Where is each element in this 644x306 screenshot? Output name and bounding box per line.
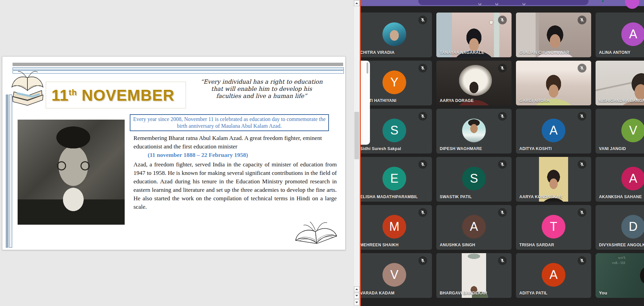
participant-tile[interactable]: Y YUKTI HATHIYANI: [361, 61, 432, 105]
azad-portrait-photo: [18, 120, 125, 225]
body-paragraph: Azad, a freedom fighter, served India in…: [133, 160, 337, 211]
participant-name: AARYA KONDASKAR: [519, 195, 562, 199]
mic-muted-icon: [418, 64, 427, 73]
participant-tile[interactable]: E ELISHA MADATHIPARAMBIL: [361, 157, 432, 202]
toolbar-text-fragment: [496, 3, 498, 5]
participant-tile[interactable]: CHITRA VIRADIA: [361, 13, 432, 57]
participant-name: TRISHA SARDAR: [519, 243, 554, 247]
mic-muted-icon: [578, 64, 586, 73]
photo-avatar: [462, 119, 486, 142]
letter-avatar: D: [621, 215, 644, 239]
participant-tile[interactable]: GUNJAN CHUNCHUWAR: [516, 13, 591, 57]
slide-frame-blue-bar-1: [13, 67, 344, 70]
slide-title: 11th NOVEMBER: [51, 86, 174, 104]
down-arrow-icon: [355, 295, 358, 297]
participant-name: DIPESH WAGHMARE: [440, 146, 482, 151]
books-clipart-top-left: [6, 69, 48, 110]
participant-tile[interactable]: S Sidhi Suresh Sakpal: [361, 109, 432, 154]
scrollbar-thumb[interactable]: [354, 112, 359, 159]
mic-muted-icon: [578, 112, 586, 121]
participant-tile[interactable]: A AKANKSHA SAHANE: [596, 157, 644, 202]
mic-muted-icon: [498, 112, 507, 121]
screen: 11th NOVEMBER “Every individual has a ri…: [0, 0, 644, 306]
slide-frame-left-bar-2: [9, 95, 12, 248]
mic-muted-icon: [498, 256, 507, 265]
letter-avatar: S: [462, 167, 486, 190]
mic-muted-icon: [498, 208, 507, 217]
participant-name: ADITYA PATIL: [519, 291, 547, 295]
chalkboard-text: FirstXII - Rev: [612, 255, 625, 265]
participant-tile[interactable]: V VANI JANGID: [596, 109, 644, 154]
mic-muted-icon: [498, 64, 507, 73]
participant-tile[interactable]: T TRISHA SARDAR: [516, 205, 591, 250]
up-arrow-icon: [355, 2, 358, 4]
participant-tile[interactable]: DIPESH WAGHMARE: [436, 109, 512, 154]
photo-avatar: [382, 22, 406, 46]
participant-tile[interactable]: S SWASTIK PATIL: [436, 157, 512, 202]
presentation-scrollbar[interactable]: [353, 0, 360, 306]
books-clipart-bottom-right: [289, 214, 343, 254]
letter-avatar: V: [621, 119, 644, 142]
participant-tile[interactable]: NISHIGANDHA BANGA: [596, 61, 644, 105]
participant-tile[interactable]: A ADITYA KOSHTI: [516, 109, 591, 154]
toolbar-text-fragment: [523, 3, 525, 5]
participant-name: NISHIGANDHA BANGA: [599, 98, 644, 103]
letter-avatar: E: [382, 167, 406, 190]
toolbar-text-fragment: [479, 3, 481, 5]
participant-name: AKANKSHA SAHANE: [599, 195, 642, 199]
previous-slide-button[interactable]: [354, 286, 359, 292]
participant-name: ELISHA MADATHIPARAMBIL: [361, 195, 418, 199]
meeting-pane: CHITRA VIRADIA TANAYAA NAGARALE GUNJAN C…: [361, 0, 644, 306]
slide-frame-blue-bar-2: [13, 70, 344, 74]
participant-name: TANAYAA NAGARALE: [440, 50, 484, 55]
participant-tile[interactable]: D DIVYASHREE ANGOLK: [596, 205, 644, 250]
background-window-scrollbar-thumb: [367, 62, 368, 74]
letter-avatar: M: [382, 215, 406, 239]
letter-avatar: S: [382, 119, 406, 142]
intro-paragraph: Remembering Bharat ratna Abul Kalam Azad…: [133, 134, 335, 151]
participant-name: MEHREEN SHAIKH: [361, 243, 399, 247]
letter-avatar: V: [382, 263, 406, 287]
participant-tile[interactable]: GARGI ARORA: [516, 61, 591, 105]
participant-name: CHITRA VIRADIA: [361, 50, 395, 55]
scroll-up-button[interactable]: [354, 0, 359, 6]
participant-tile[interactable]: BHARGAVI BANDEKAR: [436, 253, 512, 298]
participant-tile[interactable]: M MEHREEN SHAIKH: [361, 205, 432, 250]
presentation-pane: 11th NOVEMBER “Every individual has a ri…: [0, 0, 353, 306]
participant-tile[interactable]: A ANUSHKA SINGH: [436, 205, 512, 250]
participant-tile[interactable]: AARYA KONDASKAR: [516, 157, 591, 202]
mic-muted-icon: [578, 16, 586, 24]
up-arrow-icon: [355, 288, 358, 290]
slide-frame-gray-bar: [13, 63, 343, 66]
meeting-toolbar-pill[interactable]: [418, 0, 588, 5]
down-arrow-icon: [355, 302, 358, 303]
participant-tile[interactable]: AARYA DORAGE: [436, 61, 512, 105]
participant-tile[interactable]: A ADITYA PATIL: [516, 253, 591, 298]
mic-muted-icon: [498, 16, 507, 24]
participant-name: You: [599, 290, 607, 295]
mic-muted-icon: [578, 256, 586, 265]
next-slide-button[interactable]: [354, 293, 359, 299]
participant-name: ADITYA KOSHTI: [519, 146, 552, 151]
participant-name: Sidhi Suresh Sakpal: [361, 146, 401, 151]
letter-avatar: A: [621, 167, 644, 190]
participant-tile[interactable]: V VARADA KADAM: [361, 253, 432, 298]
background-window-edge: [361, 61, 370, 145]
letter-avatar: A: [542, 119, 565, 142]
profile-bubble[interactable]: [625, 0, 639, 9]
participant-name: ALINA ANTONY: [599, 50, 630, 55]
letter-avatar: A: [542, 263, 565, 287]
mic-muted-icon: [418, 16, 427, 24]
scroll-down-button[interactable]: [354, 300, 359, 305]
mic-muted-icon: [418, 112, 427, 121]
participant-tile[interactable]: TANAYAA NAGARALE: [436, 13, 512, 57]
participant-tile[interactable]: FirstXII - Rev You: [596, 253, 644, 298]
participant-tile[interactable]: A ALINA ANTONY: [596, 13, 644, 57]
slide-frame-left-bar-1: [6, 95, 8, 248]
letter-avatar: A: [462, 215, 486, 239]
status-dot: [602, 0, 604, 2]
slide-quote: “Every individual has a right to educati…: [192, 78, 331, 100]
participant-name: GARGI ARORA: [519, 98, 550, 103]
letter-avatar: T: [542, 215, 565, 239]
letter-avatar: A: [621, 22, 644, 46]
